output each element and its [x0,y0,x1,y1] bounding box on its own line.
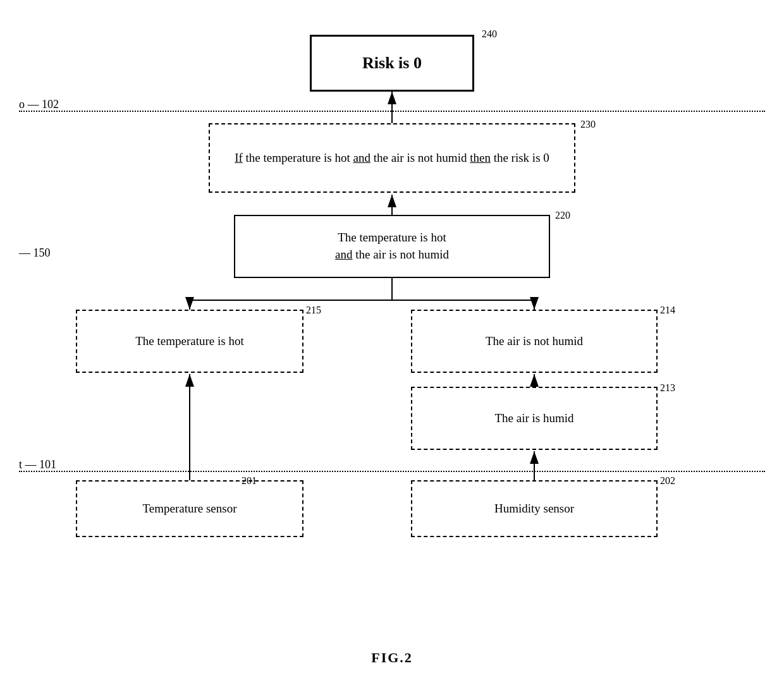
label-240: 240 [482,28,497,40]
layer-102-label: o — 102 [19,98,59,111]
label-214: 214 [660,305,675,316]
label-202: 202 [660,475,675,487]
layer-150-label: — 150 [19,246,51,260]
node-214-label: The air is not humid [486,333,583,350]
label-215: 215 [306,305,321,316]
node-213: The air is humid [411,387,658,450]
node-201: Temperature sensor [76,480,303,537]
node-230-label: If the temperature is hot and the air is… [235,150,549,167]
node-213-label: The air is humid [494,410,573,427]
node-240-label: Risk is 0 [362,52,422,75]
layer-101-label: t — 101 [19,458,56,471]
node-220: The temperature is hotand the air is not… [234,215,550,278]
label-213: 213 [660,382,675,394]
label-220: 220 [555,210,570,221]
figure-caption-text: FIG.2 [371,650,413,665]
label-230: 230 [580,119,596,130]
node-215: The temperature is hot [76,310,303,373]
node-220-label: The temperature is hotand the air is not… [335,229,449,263]
node-202: Humidity sensor [411,480,658,537]
layer-102-line [19,111,765,112]
node-201-label: Temperature sensor [142,500,236,518]
diagram: Risk is 0 If the temperature is hot and … [0,0,784,600]
node-214: The air is not humid [411,310,658,373]
layer-101-line [19,471,765,472]
figure-caption: FIG.2 [0,650,784,666]
label-201: 201 [242,475,257,487]
node-240: Risk is 0 [310,35,474,92]
node-230: If the temperature is hot and the air is… [209,123,575,193]
node-215-label: The temperature is hot [135,333,243,350]
node-202-label: Humidity sensor [494,500,574,518]
